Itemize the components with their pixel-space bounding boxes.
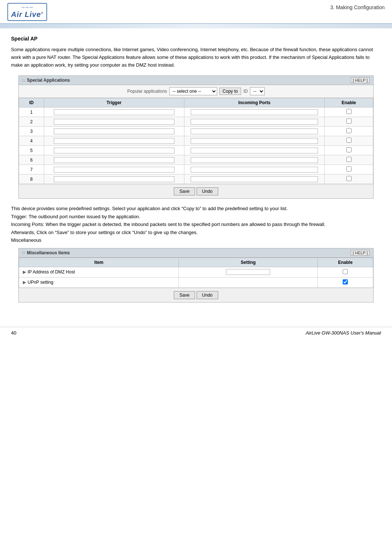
misc-panel-title: □ Miscellaneous Items [22,250,70,255]
row-id: 5 [19,146,44,155]
incoming-ports-input[interactable] [191,128,318,134]
id-select[interactable]: -- [250,87,265,95]
misc-enable-checkbox[interactable] [343,269,348,274]
below-line1: This device provides some predefined set… [11,205,381,212]
enable-checkbox[interactable] [346,109,352,114]
misc-item-arrow: ▶ [23,280,26,285]
special-applications-help[interactable]: [ HELP ] [351,77,370,83]
trigger-input[interactable] [54,138,174,144]
enable-checkbox[interactable] [346,138,352,143]
enable-checkbox[interactable] [346,176,352,181]
undo-button[interactable]: Undo [197,187,218,195]
enable-checkbox[interactable] [346,119,352,124]
row-incoming-ports [184,136,325,146]
row-enable [325,165,373,174]
row-trigger [44,127,184,136]
table-row: 2 [19,117,373,127]
misc-row-enable [318,277,373,287]
row-id: 8 [19,174,44,184]
row-id: 1 [19,107,44,117]
misc-row-setting [179,267,318,277]
table-header-row: ID Trigger Incoming Ports Enable [19,98,373,107]
col-incoming-ports: Incoming Ports [184,98,325,107]
table-row: 3 [19,127,373,136]
trigger-input[interactable] [54,148,174,153]
misc-save-button[interactable]: Save [174,291,195,299]
save-button[interactable]: Save [174,187,195,195]
misc-item-label: IP Address of DMZ Host [28,269,75,275]
id-label: ID [243,89,248,94]
table-row: 6 [19,155,373,165]
row-trigger [44,174,184,184]
incoming-ports-input[interactable] [191,176,318,182]
trigger-input[interactable] [54,109,174,115]
incoming-ports-input[interactable] [191,109,318,115]
special-applications-title: □ Special Applications [22,78,70,83]
row-trigger [44,107,184,117]
row-incoming-ports [184,174,325,184]
row-incoming-ports [184,127,325,136]
misc-panel-header: □ Miscellaneous Items [ HELP ] [19,248,373,258]
incoming-ports-input[interactable] [191,167,318,173]
trigger-input[interactable] [54,176,174,182]
row-trigger [44,165,184,174]
table-row: 8 [19,174,373,184]
col-trigger: Trigger [44,98,184,107]
misc-table-row: ▶UPnP setting [19,277,373,287]
incoming-ports-input[interactable] [191,138,318,144]
row-id: 7 [19,165,44,174]
incoming-ports-input[interactable] [191,148,318,153]
table-row: 7 [19,165,373,174]
misc-enable-checkbox[interactable] [343,279,348,284]
miscellaneous-panel: □ Miscellaneous Items [ HELP ] Item Sett… [18,248,374,303]
special-apps-btn-row: Save Undo [19,184,373,198]
enable-checkbox[interactable] [346,166,352,172]
wave-decoration [0,24,392,28]
misc-setting-input[interactable] [226,269,270,275]
misc-table: Item Setting Enable ▶IP Address of DMZ H… [19,258,373,288]
row-trigger [44,117,184,127]
enable-checkbox[interactable] [346,147,352,152]
row-trigger [44,146,184,155]
row-enable [325,117,373,127]
row-enable [325,155,373,165]
enable-checkbox[interactable] [346,157,352,162]
logo-box: 〜〜〜 Air Live® [7,3,47,21]
page-chapter-title: 3. Making Configuration [330,4,385,10]
copy-to-button[interactable]: Copy to [219,88,241,95]
section-description: Some applications require multiple conne… [11,46,381,69]
misc-item-arrow: ▶ [23,269,26,275]
row-id: 6 [19,155,44,165]
section-title: Special AP [11,36,381,42]
special-applications-header: □ Special Applications [ HELP ] [19,76,373,85]
misc-undo-button[interactable]: Undo [197,291,218,299]
popular-apps-row: Popular applications -- select one -- Co… [19,85,373,98]
row-id: 2 [19,117,44,127]
incoming-ports-input[interactable] [191,157,318,163]
misc-col-enable: Enable [318,258,373,267]
misc-col-item: Item [19,258,179,267]
row-incoming-ports [184,107,325,117]
row-enable [325,127,373,136]
page-footer: 40 AirLive GW-300NAS User's Manual [0,327,392,339]
panel-checkbox-icon: □ [22,78,25,82]
logo-waves-icon: 〜〜〜 [21,5,33,10]
row-trigger [44,155,184,165]
special-apps-table: ID Trigger Incoming Ports Enable 1234567… [19,98,373,184]
enable-checkbox[interactable] [346,128,352,133]
trigger-input[interactable] [54,157,174,163]
table-row: 5 [19,146,373,155]
trigger-input[interactable] [54,167,174,173]
incoming-ports-input[interactable] [191,119,318,125]
misc-row-item: ▶IP Address of DMZ Host [19,267,179,277]
popular-apps-select[interactable]: -- select one -- [169,87,217,95]
row-enable [325,146,373,155]
row-enable [325,174,373,184]
manual-title: AirLive GW-300NAS User's Manual [306,330,381,336]
trigger-input[interactable] [54,128,174,134]
table-row: 1 [19,107,373,117]
row-incoming-ports [184,146,325,155]
misc-panel-help[interactable]: [ HELP ] [351,250,370,256]
misc-col-setting: Setting [179,258,318,267]
trigger-input[interactable] [54,119,174,125]
